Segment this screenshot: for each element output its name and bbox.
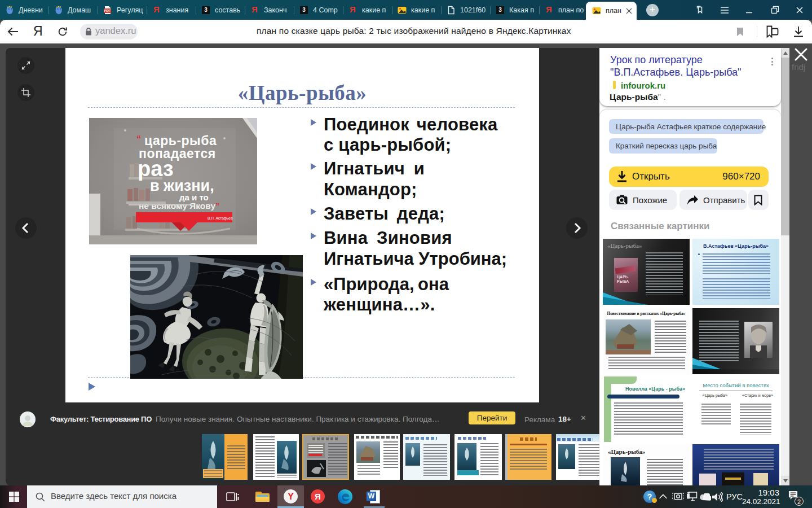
svg-text:PDF: PDF	[104, 9, 111, 12]
svg-text:не всякому Якову: не всякому Якову	[139, 201, 215, 211]
svg-text:“: “	[136, 134, 141, 144]
svg-text:В.П. Астафьев: В.П. Астафьев	[208, 216, 233, 221]
svg-text:в жизни,: в жизни,	[150, 177, 214, 194]
svg-text:”: ”	[215, 202, 219, 211]
